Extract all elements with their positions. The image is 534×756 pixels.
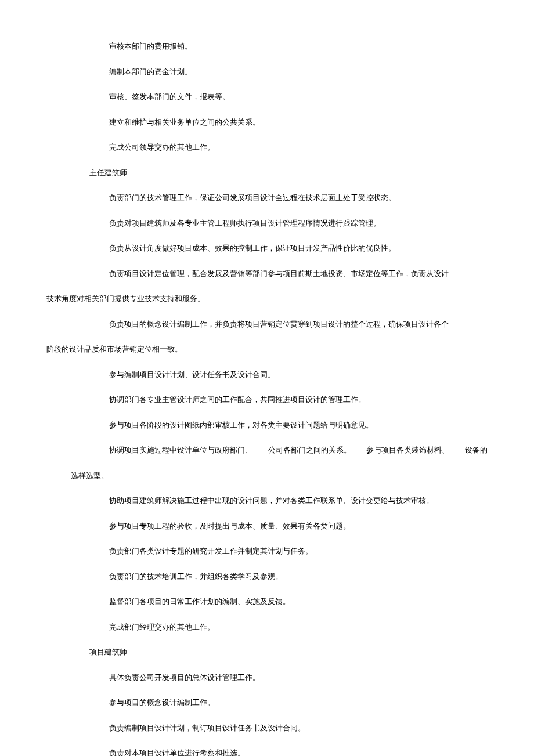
list-item: 负责部门各类设计专题的研究开发工作并制定其计划与任务。	[46, 545, 488, 557]
list-item: 负责部门的技术培训工作，并组织各类学习及参观。	[46, 571, 488, 583]
list-item: 审核本部门的费用报销。	[46, 41, 488, 52]
justified-line: 协调项目实施过程中设计单位与政府部门、 公司各部门之间的关系。 参与项目各类装饰…	[46, 444, 488, 456]
text-fragment: 参与项目各类装饰材料、	[366, 444, 449, 456]
list-item: 完成部门经理交办的其他工作。	[46, 621, 488, 633]
section-heading: 项目建筑师	[46, 646, 488, 658]
section-heading: 主任建筑师	[46, 167, 488, 179]
list-item: 编制本部门的资金计划。	[46, 66, 488, 78]
list-item: 建立和维护与相关业务单位之间的公共关系。	[46, 117, 488, 128]
list-item: 参与项目的概念设计编制工作。	[46, 697, 488, 708]
list-item-continuation: 技术角度对相关部门提供专业技术支持和服务。	[46, 293, 488, 305]
list-item-continuation: 阶段的设计品质和市场营销定位相一致。	[46, 343, 488, 355]
list-item: 参与编制项目设计计划、设计任务书及设计合同。	[46, 369, 488, 381]
list-item: 具体负责公司开发项目的总体设计管理工作。	[46, 672, 488, 683]
list-item: 监督部门各项目的日常工作计划的编制、实施及反馈。	[46, 596, 488, 607]
list-item: 负责对项目建筑师及各专业主管工程师执行项目设计管理程序情况进行跟踪管理。	[46, 218, 488, 229]
list-item: 协调部门各专业主管设计师之间的工作配合，共同推进项目设计的管理工作。	[46, 394, 488, 406]
list-item: 负责项目的概念设计编制工作，并负责将项目营销定位贯穿到项目设计的整个过程，确保项…	[46, 319, 488, 330]
text-fragment: 公司各部门之间的关系。	[268, 444, 351, 456]
list-item: 参与项目专项工程的验收，及时提出与成本、质量、效果有关各类问题。	[46, 520, 488, 532]
text-fragment: 设备的	[465, 444, 488, 456]
document-body: 审核本部门的费用报销。 编制本部门的资金计划。 审核、签发本部门的文件，报表等。…	[46, 41, 488, 756]
list-item: 协助项目建筑师解决施工过程中出现的设计问题，并对各类工作联系单、设计变更给与技术…	[46, 495, 488, 507]
list-item: 负责从设计角度做好项目成本、效果的控制工作，保证项目开发产品性价比的优良性。	[46, 243, 488, 254]
list-item: 负责部门的技术管理工作，保证公司发展项目设计全过程在技术层面上处于受控状态。	[46, 192, 488, 204]
list-item: 完成公司领导交办的其他工作。	[46, 142, 488, 153]
list-item: 参与项目各阶段的设计图纸内部审核工作，对各类主要设计问题给与明确意见。	[46, 419, 488, 431]
list-item: 负责对本项目设计单位进行考察和推选。	[46, 747, 488, 756]
text-fragment: 协调项目实施过程中设计单位与政府部门、	[109, 444, 252, 456]
list-item-continuation: 选样选型。	[46, 470, 488, 482]
list-item: 负责编制项目设计计划，制订项目设计任务书及设计合同。	[46, 722, 488, 734]
list-item: 审核、签发本部门的文件，报表等。	[46, 91, 488, 103]
list-item: 负责项目设计定位管理，配合发展及营销等部门参与项目前期土地投资、市场定位等工作，…	[46, 268, 488, 280]
